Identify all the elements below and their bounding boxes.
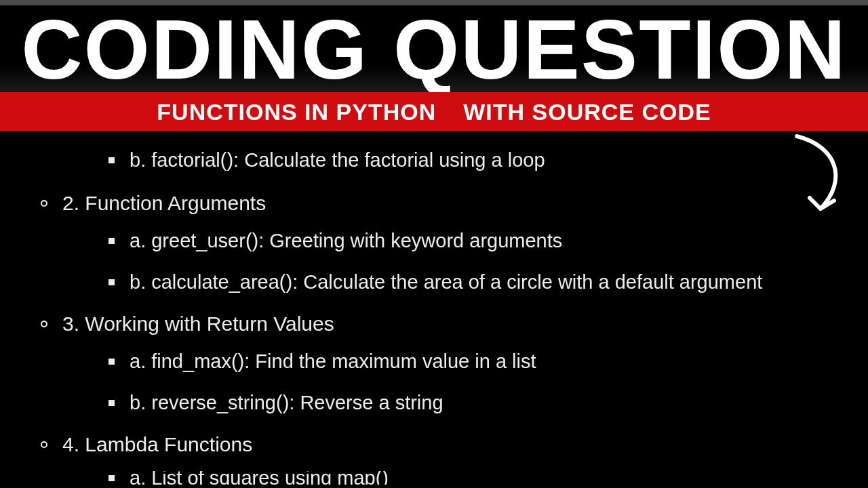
section-heading: 4. Lambda Functions (0, 433, 868, 456)
square-bullet-icon (108, 359, 115, 365)
item-text: a. greet_user(): Greeting with keyword a… (130, 230, 562, 252)
item-text: b. reverse_string(): Reverse a string (130, 392, 443, 414)
subtitle-bar: FUNCTIONS IN PYTHONWITH SOURCE CODE (0, 92, 868, 131)
circle-bullet-icon (41, 441, 47, 448)
section: 2. Function Arguments a. greet_user(): G… (0, 192, 868, 293)
square-bullet-icon (108, 157, 115, 163)
content-list: b. factorial(): Calculate the factorial … (0, 131, 868, 488)
square-bullet-icon (108, 475, 115, 481)
circle-bullet-icon (41, 200, 47, 207)
subtitle-right: WITH SOURCE CODE (463, 99, 711, 125)
square-bullet-icon (108, 400, 115, 406)
list-item: a. find_max(): Find the maximum value in… (0, 350, 868, 373)
page-title: CODING QUESTION (21, 7, 847, 92)
item-text: b. factorial(): Calculate the factorial … (130, 149, 545, 171)
circle-bullet-icon (41, 321, 47, 327)
item-text: b. calculate_area(): Calculate the area … (130, 271, 762, 293)
list-item: b. calculate_area(): Calculate the area … (0, 271, 868, 293)
item-text: a. List of squares using map() (130, 471, 389, 485)
list-item: b. factorial(): Calculate the factorial … (0, 149, 868, 171)
heading-text: 4. Lambda Functions (62, 433, 252, 456)
square-bullet-icon (108, 279, 115, 285)
title-block: CODING QUESTION (0, 5, 868, 92)
list-item: a. greet_user(): Greeting with keyword a… (0, 230, 868, 252)
square-bullet-icon (108, 238, 115, 244)
section-heading: 3. Working with Return Values (0, 312, 868, 336)
subtitle-left: FUNCTIONS IN PYTHON (157, 99, 436, 125)
section-heading: 2. Function Arguments (0, 192, 868, 215)
item-text: a. find_max(): Find the maximum value in… (130, 350, 536, 373)
list-item: b. reverse_string(): Reverse a string (0, 392, 868, 414)
section: 3. Working with Return Values a. find_ma… (0, 312, 868, 414)
heading-text: 2. Function Arguments (62, 192, 266, 215)
list-item: a. List of squares using map() (0, 471, 868, 485)
section: 4. Lambda Functions a. List of squares u… (0, 433, 868, 485)
heading-text: 3. Working with Return Values (62, 312, 334, 336)
